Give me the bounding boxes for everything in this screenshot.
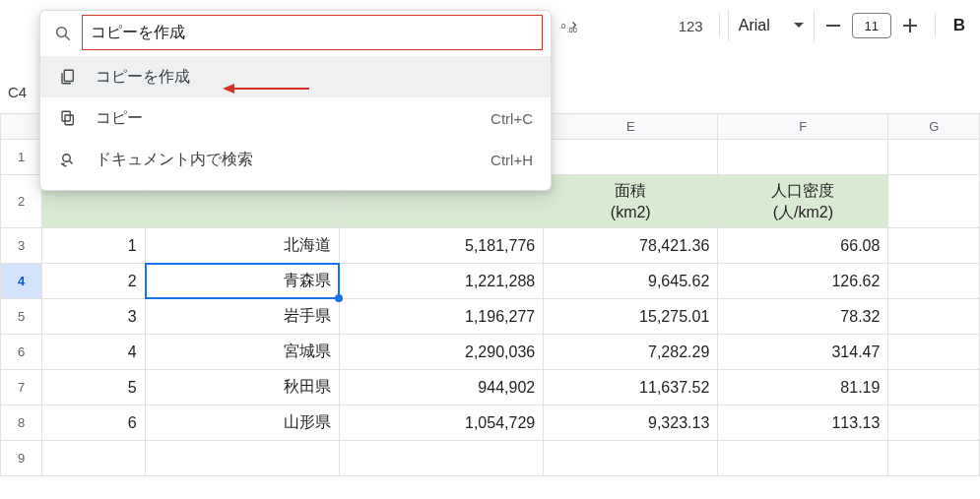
menu-item-make-copy[interactable]: コピーを作成 <box>40 56 551 97</box>
cell[interactable]: 1,054,729 <box>339 405 543 441</box>
col-header-f[interactable]: F <box>718 114 888 140</box>
cell[interactable] <box>42 441 146 476</box>
row-header[interactable]: 4 <box>1 264 42 299</box>
row-header[interactable]: 6 <box>1 335 42 370</box>
header-area[interactable]: 面積(km2) <box>544 175 718 228</box>
cell-reference-label: C4 <box>8 84 27 100</box>
cell[interactable] <box>888 175 980 228</box>
row-header[interactable]: 5 <box>1 299 42 335</box>
menu-item-label: コピー <box>96 108 143 129</box>
cell[interactable]: 1,196,277 <box>339 299 543 335</box>
find-replace-icon <box>58 151 78 168</box>
name-box[interactable]: C4 <box>8 79 37 104</box>
cell[interactable]: 944,902 <box>339 370 543 405</box>
svg-point-10 <box>63 155 71 162</box>
header-label: 人口密度 <box>771 180 834 202</box>
svg-rect-9 <box>62 111 70 121</box>
menu-shortcut: Ctrl+C <box>490 110 533 127</box>
cell[interactable] <box>888 405 980 441</box>
number-format-123[interactable]: 123 <box>671 18 711 34</box>
cell[interactable]: 78,421.36 <box>544 228 718 264</box>
decrease-decimal-icon[interactable]: .0.00 <box>559 18 577 35</box>
col-header-g[interactable]: G <box>888 114 980 140</box>
cell[interactable] <box>718 441 888 476</box>
cell[interactable]: 宮城県 <box>145 335 339 370</box>
fill-handle[interactable] <box>335 294 343 302</box>
cell[interactable]: 5,181,776 <box>339 228 543 264</box>
cell[interactable] <box>888 228 980 264</box>
cell[interactable]: 1 <box>42 228 146 264</box>
row-header[interactable]: 1 <box>1 140 42 175</box>
row-header[interactable]: 7 <box>1 370 42 405</box>
cell[interactable] <box>888 441 980 476</box>
menu-item-label: ドキュメント内で検索 <box>96 150 253 170</box>
cell[interactable] <box>888 299 980 335</box>
cell[interactable]: 78.32 <box>718 299 888 335</box>
cell[interactable]: 3 <box>42 299 146 335</box>
font-size-input[interactable]: 11 <box>852 13 891 38</box>
cell[interactable]: 秋田県 <box>145 370 339 405</box>
increase-font-button[interactable] <box>893 11 927 40</box>
menu-item-label: コピーを作成 <box>96 67 190 88</box>
menu-item-find-replace[interactable]: ドキュメント内で検索 Ctrl+H <box>40 139 551 180</box>
col-header-e[interactable]: E <box>544 114 718 140</box>
cell[interactable]: 81.19 <box>718 370 888 405</box>
cell[interactable] <box>339 441 543 476</box>
search-icon <box>54 25 72 45</box>
cell-value: 青森県 <box>284 272 331 288</box>
svg-text:.0: .0 <box>559 22 565 31</box>
cell[interactable]: 2,290,036 <box>339 335 543 370</box>
cell[interactable]: 126.62 <box>718 264 888 299</box>
svg-line-6 <box>65 35 70 40</box>
select-all-corner[interactable] <box>1 114 42 140</box>
cell[interactable]: 山形県 <box>145 405 339 441</box>
decrease-font-button[interactable] <box>817 11 850 40</box>
menu-shortcut: Ctrl+H <box>490 152 533 168</box>
cell[interactable]: 9,323.13 <box>544 405 718 441</box>
cell[interactable]: 6 <box>42 405 146 441</box>
bold-button[interactable]: B <box>944 11 975 40</box>
cell[interactable]: 4 <box>42 335 146 370</box>
cell[interactable]: 岩手県 <box>145 299 339 335</box>
cell[interactable] <box>544 441 718 476</box>
header-unit: (km2) <box>611 202 651 223</box>
cell[interactable]: 15,275.01 <box>544 299 718 335</box>
menu-search-popup: コピーを作成 コピー Ctrl+C ドキュメント内で検索 Ctrl+H <box>39 10 552 191</box>
row-header[interactable]: 2 <box>1 175 42 228</box>
cell[interactable]: 113.13 <box>718 405 888 441</box>
cell[interactable]: 1,221,288 <box>339 264 543 299</box>
copy-icon <box>58 109 78 127</box>
cell[interactable]: 北海道 <box>145 228 339 264</box>
font-family-selector[interactable]: Arial <box>728 10 815 41</box>
menu-item-copy[interactable]: コピー Ctrl+C <box>40 97 551 139</box>
cell[interactable] <box>888 140 980 175</box>
svg-rect-4 <box>903 25 917 27</box>
cell[interactable]: 7,282.29 <box>544 335 718 370</box>
font-name-label: Arial <box>739 17 770 34</box>
header-unit: (人/km2) <box>773 202 833 223</box>
cell[interactable] <box>544 140 718 175</box>
cell[interactable] <box>888 264 980 299</box>
menu-search-field[interactable] <box>82 15 543 50</box>
svg-rect-8 <box>65 115 73 125</box>
cell[interactable] <box>888 335 980 370</box>
menu-search-input[interactable] <box>91 24 534 41</box>
cell[interactable]: 314.47 <box>718 335 888 370</box>
cell[interactable]: 11,637.52 <box>544 370 718 405</box>
svg-text:.00: .00 <box>567 26 577 34</box>
cell[interactable]: 5 <box>42 370 146 405</box>
copy-file-icon <box>58 68 78 86</box>
row-header[interactable]: 9 <box>1 441 42 476</box>
cell[interactable]: 2 <box>42 264 146 299</box>
row-header[interactable]: 8 <box>1 405 42 441</box>
row-header[interactable]: 3 <box>1 228 42 264</box>
cell[interactable]: 66.08 <box>718 228 888 264</box>
cell[interactable] <box>145 441 339 476</box>
active-cell[interactable]: 青森県 <box>145 264 339 299</box>
cell[interactable]: 9,645.62 <box>544 264 718 299</box>
cell[interactable] <box>718 140 888 175</box>
cell[interactable] <box>888 370 980 405</box>
header-density[interactable]: 人口密度(人/km2) <box>718 175 888 228</box>
svg-rect-7 <box>64 70 73 81</box>
svg-point-5 <box>57 28 67 37</box>
